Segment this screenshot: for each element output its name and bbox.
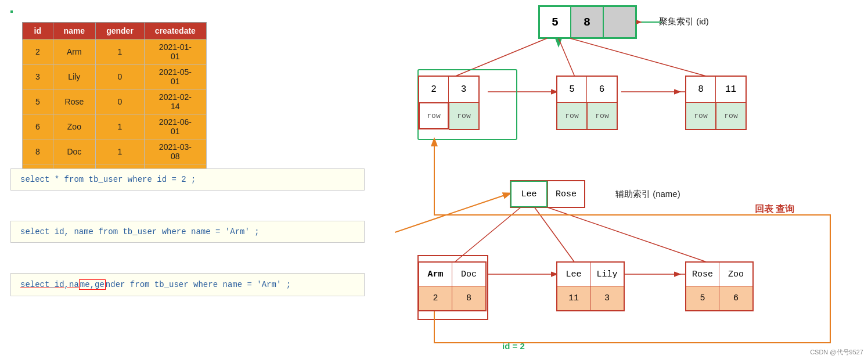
- root-cell-5: 5: [539, 6, 571, 38]
- sec-leaf-3: Rose Zoo 5 6: [685, 261, 754, 311]
- root-cell-empty: [604, 6, 636, 38]
- btree-diagram: 5 8 聚集索引 (id) 2 3 row row 5 6 row: [395, 0, 868, 359]
- l2-row-3: row: [557, 103, 587, 130]
- table-cell: Doc: [53, 139, 96, 164]
- col-id: id: [23, 23, 53, 40]
- sec-leaf-arm: Arm: [419, 262, 452, 286]
- sec-mid-node: Lee Rose: [510, 180, 585, 208]
- table-cell: 0: [96, 89, 145, 114]
- sql-text-2: select id, name from tb_user where name …: [20, 227, 260, 236]
- table-row: 3Lily02021-05-01: [23, 64, 207, 89]
- table-cell: 5: [23, 89, 53, 114]
- sql-query-2: select id, name from tb_user where name …: [10, 221, 365, 243]
- database-table: id name gender createdate 2Arm12021-01-0…: [10, 10, 13, 13]
- l2-row-1: row: [419, 102, 449, 129]
- svg-line-5: [454, 38, 547, 77]
- table-cell: Arm: [53, 40, 96, 64]
- table-cell: 2021-02-14: [144, 89, 206, 114]
- sql-query-3: select_id,name,gender from tb_user where…: [10, 273, 365, 296]
- root-cell-8: 8: [571, 6, 604, 38]
- svg-line-6: [559, 38, 575, 77]
- level2-node-1: 2 3 row row: [418, 76, 480, 130]
- l2-cell-6: 6: [587, 76, 617, 103]
- col-name: name: [53, 23, 96, 40]
- col-createdate: createdate: [144, 23, 206, 40]
- svg-line-7: [570, 38, 708, 77]
- l2-row-5: row: [686, 103, 716, 130]
- svg-line-15: [546, 207, 708, 263]
- sec-leaf-doc: Doc: [452, 262, 486, 286]
- table-cell: 1: [96, 40, 145, 64]
- table-cell: 2021-01-01: [144, 40, 206, 64]
- sec-mid-rose: Rose: [548, 181, 585, 207]
- l2-cell-5: 5: [557, 76, 587, 103]
- svg-line-12: [395, 193, 510, 232]
- l2-cell-3: 3: [449, 76, 479, 103]
- svg-line-13: [454, 207, 521, 263]
- level2-node-2: 5 6 row row: [556, 76, 618, 130]
- table-cell: 1: [96, 114, 145, 139]
- table-cell: 0: [96, 64, 145, 89]
- table-cell: 6: [23, 114, 53, 139]
- sql-query-1: select * from tb_user where id = 2 ;: [10, 168, 365, 191]
- table-cell: Rose: [53, 89, 96, 114]
- table-cell: 2021-06-01: [144, 114, 206, 139]
- table-row: 8Doc12021-03-08: [23, 139, 207, 164]
- sec-leaf-id-5: 5: [686, 286, 719, 311]
- sec-leaf-lee: Lee: [557, 262, 590, 286]
- l2-row-2: row: [449, 103, 479, 130]
- l2-row-4: row: [587, 103, 617, 130]
- table-cell: 8: [23, 139, 53, 164]
- table-cell: 2021-05-01: [144, 64, 206, 89]
- table-cell: 2: [23, 40, 53, 64]
- sql-text-1: select * from tb_user where id = 2 ;: [20, 175, 196, 184]
- sec-leaf-1: Arm Doc 2 8: [418, 261, 487, 311]
- table-cell: 3: [23, 64, 53, 89]
- sec-leaf-id-11: 11: [557, 286, 590, 311]
- sec-leaf-id-6: 6: [719, 286, 753, 311]
- svg-line-14: [534, 207, 575, 263]
- l2-cell-11: 11: [716, 76, 746, 103]
- table-cell: 2021-03-08: [144, 139, 206, 164]
- sec-leaf-rose: Rose: [686, 262, 719, 286]
- sec-leaf-2: Lee Lily 11 3: [556, 261, 625, 311]
- root-node: 5 8: [539, 6, 636, 38]
- id-equal-label: id = 2: [502, 341, 525, 351]
- l2-cell-2: 2: [419, 76, 449, 103]
- table-row: 5Rose02021-02-14: [23, 89, 207, 114]
- table-cell: Lily: [53, 64, 96, 89]
- l2-row-6: row: [716, 103, 746, 130]
- sql-text-3-mid: me,ge: [79, 279, 106, 290]
- data-table: id name gender createdate 2Arm12021-01-0…: [22, 22, 207, 189]
- l2-cell-8: 8: [686, 76, 716, 103]
- sec-leaf-id-8: 8: [452, 286, 486, 311]
- sec-mid-lee: Lee: [510, 181, 548, 207]
- table-row: 2Arm12021-01-01: [23, 40, 207, 64]
- col-gender: gender: [96, 23, 145, 40]
- huitiao-label: 回表 查询: [755, 203, 794, 216]
- sec-leaf-id-3: 3: [590, 286, 624, 311]
- level2-node-3: 8 11 row row: [685, 76, 747, 130]
- sql-text-3-post: nder from tb_user where name = 'Arm' ;: [106, 280, 291, 289]
- secondary-label: 辅助索引 (name): [615, 189, 680, 200]
- sql-text-3-pre: select_id,na: [20, 280, 79, 289]
- table-cell: Zoo: [53, 114, 96, 139]
- sec-leaf-lily: Lily: [590, 262, 624, 286]
- clustered-label: 聚集索引 (id): [659, 16, 709, 27]
- sec-leaf-id-2: 2: [419, 286, 452, 311]
- sec-leaf-zoo: Zoo: [719, 262, 753, 286]
- table-cell: 1: [96, 139, 145, 164]
- table-row: 6Zoo12021-06-01: [23, 114, 207, 139]
- watermark: CSDN @代号9527: [810, 348, 863, 357]
